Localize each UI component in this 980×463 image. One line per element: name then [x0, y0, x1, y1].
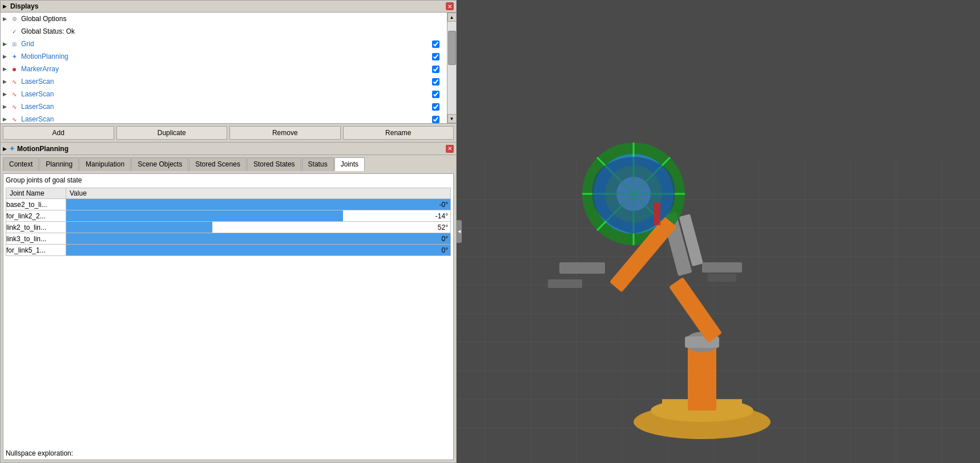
display-name: MarkerArray: [21, 65, 424, 73]
display-row-markerarray[interactable]: ▶ ● MarkerArray: [1, 63, 447, 75]
joint-value-cell-2[interactable]: -14°: [66, 210, 451, 222]
display-checkbox-grid[interactable]: [432, 40, 439, 48]
displays-panel: ▶ Displays ✕ ▶ ⚙ Global Options ✓ Global…: [0, 0, 457, 143]
tab-status[interactable]: Status: [302, 157, 334, 171]
tabs-bar: Context Planning Manipulation Scene Obje…: [3, 157, 454, 171]
display-name: Grid: [21, 40, 424, 48]
mp-collapse-arrow[interactable]: ▶: [3, 146, 7, 152]
add-button[interactable]: Add: [3, 126, 114, 140]
joint-row-2: for_link2_2... -14°: [6, 210, 451, 222]
display-row-global-status[interactable]: ✓ Global Status: Ok: [1, 25, 447, 38]
tab-planning[interactable]: Planning: [39, 157, 79, 171]
display-name: LaserScan: [21, 90, 424, 98]
tab-stored-scenes[interactable]: Stored Scenes: [189, 157, 247, 171]
display-checkbox-marker[interactable]: [432, 66, 439, 73]
expand-icon: ▶: [3, 66, 10, 72]
joint-name-4: link3_to_lin...: [6, 233, 66, 245]
checkmark-icon: ✓: [10, 27, 19, 36]
laser-icon: ∿: [10, 77, 19, 86]
display-checkbox-laser1[interactable]: [432, 78, 439, 86]
remove-button[interactable]: Remove: [229, 126, 341, 140]
marker-icon: ●: [10, 64, 19, 74]
tab-manipulation[interactable]: Manipulation: [79, 157, 131, 171]
joint-value-cell-1[interactable]: -0°: [66, 199, 451, 210]
laser-icon: ∿: [10, 102, 19, 111]
nullspace-row: Nullspace exploration:: [3, 447, 453, 460]
joint-bar-3: [66, 222, 212, 233]
joint-row-1: base2_to_li... -0°: [6, 199, 451, 210]
viewport-collapse-handle[interactable]: ◀: [457, 220, 462, 243]
scroll-thumb[interactable]: [448, 31, 456, 65]
joint-value-cell-5[interactable]: 0°: [66, 245, 451, 256]
display-checkbox-laser3[interactable]: [432, 103, 439, 111]
left-panel: ▶ Displays ✕ ▶ ⚙ Global Options ✓ Global…: [0, 0, 457, 463]
display-row-laserscan4[interactable]: ▶ ∿ LaserScan: [1, 113, 447, 123]
display-name: Global Options: [21, 15, 447, 23]
displays-title: Displays: [10, 2, 38, 10]
joint-bar-4: [66, 233, 450, 244]
tab-stored-states[interactable]: Stored States: [247, 157, 301, 171]
joint-value-text-3: 52°: [438, 224, 448, 232]
motion-icon: ✦: [10, 52, 19, 61]
display-row-laserscan3[interactable]: ▶ ∿ LaserScan: [1, 100, 447, 113]
display-checkbox-laser2[interactable]: [432, 91, 439, 98]
mp-title: MotionPlanning: [17, 145, 68, 153]
joint-bar-2: [66, 210, 343, 221]
display-row-motionplanning[interactable]: ▶ ✦ MotionPlanning: [1, 50, 447, 63]
svg-rect-41: [702, 262, 742, 273]
displays-list-container: ▶ ⚙ Global Options ✓ Global Status: Ok ▶…: [1, 13, 447, 123]
tab-content-joints: Group joints of goal state Joint Name Va…: [3, 173, 454, 460]
display-name: Global Status: Ok: [21, 27, 447, 35]
grid-icon: ⊞: [10, 39, 19, 48]
motion-planning-panel: ▶ ✦ MotionPlanning ✕ Context Planning Ma…: [0, 143, 457, 463]
joint-name-3: link2_to_lin...: [6, 222, 66, 233]
tab-scene-objects[interactable]: Scene Objects: [131, 157, 188, 171]
mp-close-button[interactable]: ✕: [446, 145, 454, 153]
expand-icon: ▶: [3, 79, 10, 84]
display-checkbox-laser4[interactable]: [432, 116, 439, 123]
display-row-global-options[interactable]: ▶ ⚙ Global Options: [1, 13, 447, 25]
expand-icon: ▶: [3, 16, 10, 22]
expand-icon: ▶: [3, 54, 10, 59]
joint-value-text-2: -14°: [435, 212, 448, 220]
displays-scrollbar[interactable]: ▲ ▼: [447, 13, 456, 123]
duplicate-button[interactable]: Duplicate: [116, 126, 228, 140]
display-row-laserscan2[interactable]: ▶ ∿ LaserScan: [1, 88, 447, 100]
display-name: LaserScan: [21, 103, 424, 111]
col-value: Value: [66, 188, 451, 199]
mp-content: Context Planning Manipulation Scene Obje…: [0, 155, 457, 463]
svg-rect-39: [559, 262, 605, 274]
tab-context[interactable]: Context: [3, 157, 39, 171]
scroll-up-button[interactable]: ▲: [447, 13, 457, 22]
display-name: LaserScan: [21, 115, 424, 123]
joint-bar-5: [66, 245, 450, 255]
mp-icon: ✦: [9, 145, 15, 153]
svg-rect-0: [457, 0, 980, 463]
displays-buttons-bar: Add Duplicate Remove Rename: [0, 124, 457, 143]
laser-icon: ∿: [10, 90, 19, 99]
motion-planning-titlebar: ▶ ✦ MotionPlanning ✕: [0, 143, 457, 155]
tab-joints[interactable]: Joints: [334, 157, 365, 171]
display-row-grid[interactable]: ▶ ⊞ Grid: [1, 38, 447, 50]
joint-value-text-1: -0°: [439, 201, 448, 209]
display-name: MotionPlanning: [21, 52, 424, 60]
joint-name-2: for_link2_2...: [6, 210, 66, 222]
joint-value-cell-3[interactable]: 52°: [66, 222, 451, 233]
svg-rect-43: [654, 202, 660, 225]
rename-button[interactable]: Rename: [343, 126, 454, 140]
joint-value-cell-4[interactable]: 0°: [66, 233, 451, 245]
joint-row-5: for_link5_1... 0°: [6, 245, 451, 256]
display-row-laserscan1[interactable]: ▶ ∿ LaserScan: [1, 75, 447, 88]
group-label: Group joints of goal state: [6, 176, 451, 184]
viewport[interactable]: ◀: [457, 0, 980, 463]
viewport-grid: [457, 0, 980, 463]
expand-icon: ▶: [3, 116, 10, 122]
displays-collapse-arrow[interactable]: ▶: [3, 3, 7, 9]
display-checkbox-motion[interactable]: [432, 53, 439, 60]
joint-name-1: base2_to_li...: [6, 199, 66, 210]
scroll-down-button[interactable]: ▼: [447, 114, 457, 123]
displays-close-button[interactable]: ✕: [446, 2, 454, 10]
expand-icon: ▶: [3, 41, 10, 47]
joint-bar-1: [66, 199, 450, 210]
nullspace-label: Nullspace exploration:: [6, 449, 73, 457]
